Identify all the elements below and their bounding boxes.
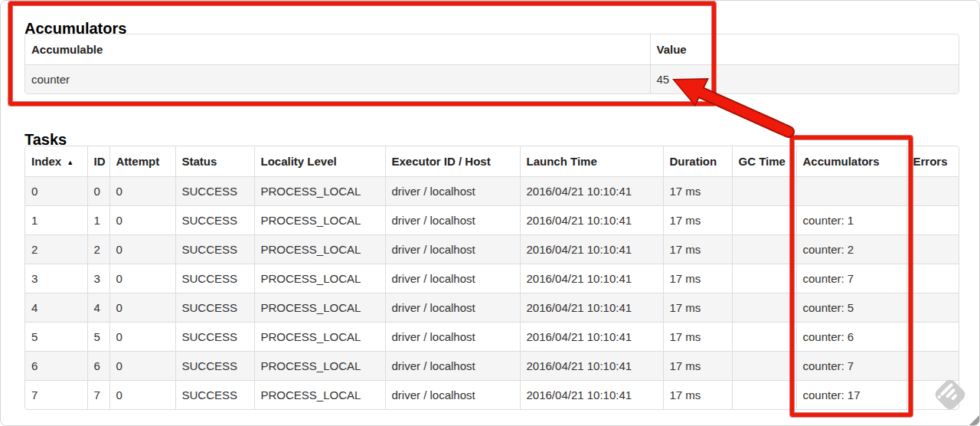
column-header-errors[interactable]: Errors <box>906 146 959 177</box>
table-cell <box>906 206 959 235</box>
table-cell: PROCESS_LOCAL <box>254 177 385 206</box>
column-header-label: Status <box>182 155 217 168</box>
table-cell: 2016/04/21 10:10:41 <box>520 293 663 323</box>
table-cell <box>906 293 959 323</box>
table-cell: 0 <box>109 323 175 352</box>
table-cell: counter: 5 <box>796 293 906 323</box>
table-cell <box>906 323 959 352</box>
column-header-status[interactable]: Status <box>175 146 254 177</box>
table-cell: 17 ms <box>663 293 732 323</box>
table-cell: SUCCESS <box>175 293 254 323</box>
table-cell <box>906 352 959 381</box>
table-cell: driver / localhost <box>385 206 520 235</box>
table-cell: driver / localhost <box>385 293 520 323</box>
table-header-row: AccumulableValue <box>25 34 959 65</box>
table-cell: 0 <box>109 381 175 410</box>
table-cell: 17 ms <box>663 352 732 381</box>
table-cell: driver / localhost <box>385 352 520 381</box>
column-header-attempt[interactable]: Attempt <box>109 146 175 177</box>
corner-arrow-fragment <box>969 415 980 426</box>
table-cell <box>906 264 959 293</box>
table-cell: SUCCESS <box>175 264 254 293</box>
table-cell: 2016/04/21 10:10:41 <box>520 323 663 352</box>
table-cell: 2016/04/21 10:10:41 <box>520 177 663 206</box>
table-cell <box>732 323 796 352</box>
table-cell: 17 ms <box>663 177 732 206</box>
table-cell: SUCCESS <box>175 235 254 264</box>
column-header-accumulators[interactable]: Accumulators <box>796 146 906 177</box>
spark-ui-stage-page: Accumulators AccumulableValuecounter45 T… <box>0 0 980 426</box>
column-header-launch-time[interactable]: Launch Time <box>520 146 663 177</box>
column-header-value[interactable]: Value <box>650 34 959 65</box>
table-cell: SUCCESS <box>175 323 254 352</box>
table-row: 110SUCCESSPROCESS_LOCALdriver / localhos… <box>25 206 959 235</box>
table-cell: 2016/04/21 10:10:41 <box>520 381 663 410</box>
column-header-duration[interactable]: Duration <box>663 146 732 177</box>
table-cell <box>732 206 796 235</box>
table-cell: PROCESS_LOCAL <box>254 323 385 352</box>
table-row: 440SUCCESSPROCESS_LOCALdriver / localhos… <box>25 293 959 323</box>
table-cell <box>906 381 959 410</box>
tasks-table: Index▲IDAttemptStatusLocality LevelExecu… <box>25 146 959 409</box>
column-header-index[interactable]: Index▲ <box>25 146 87 177</box>
table-cell: 0 <box>109 264 175 293</box>
table-cell: driver / localhost <box>385 264 520 293</box>
table-cell: PROCESS_LOCAL <box>254 235 385 264</box>
table-cell: 2016/04/21 10:10:41 <box>520 235 663 264</box>
table-cell <box>732 352 796 381</box>
column-header-label: Value <box>657 43 687 56</box>
table-cell: 3 <box>87 264 109 293</box>
table-cell: driver / localhost <box>385 323 520 352</box>
column-header-label: Accumulators <box>803 155 880 168</box>
column-header-accumulable[interactable]: Accumulable <box>25 34 650 65</box>
table-cell <box>796 177 906 206</box>
accumulators-table: AccumulableValuecounter45 <box>25 34 959 93</box>
table-row: 220SUCCESSPROCESS_LOCALdriver / localhos… <box>25 235 959 264</box>
table-cell: 17 ms <box>663 206 732 235</box>
sort-ascending-icon: ▲ <box>67 159 74 166</box>
accumulators-table-container: AccumulableValuecounter45 <box>24 34 959 94</box>
table-cell: PROCESS_LOCAL <box>254 381 385 410</box>
table-cell: counter: 2 <box>796 235 906 264</box>
table-cell: 2 <box>25 235 87 264</box>
table-cell: 2016/04/21 10:10:41 <box>520 206 663 235</box>
table-cell <box>732 177 796 206</box>
table-cell: driver / localhost <box>385 177 520 206</box>
column-header-locality-level[interactable]: Locality Level <box>254 146 385 177</box>
table-cell: counter: 7 <box>796 352 906 381</box>
column-header-executor-id-host[interactable]: Executor ID / Host <box>385 146 520 177</box>
table-cell: 0 <box>109 293 175 323</box>
table-cell: 17 ms <box>663 235 732 264</box>
table-cell: counter: 17 <box>796 381 906 410</box>
column-header-label: Duration <box>670 155 717 168</box>
table-cell: 0 <box>109 177 175 206</box>
column-header-label: Attempt <box>116 155 160 168</box>
table-row: 330SUCCESSPROCESS_LOCALdriver / localhos… <box>25 264 959 293</box>
tasks-table-container: Index▲IDAttemptStatusLocality LevelExecu… <box>24 146 959 410</box>
table-cell <box>906 235 959 264</box>
table-row: 770SUCCESSPROCESS_LOCALdriver / localhos… <box>25 381 959 410</box>
table-cell: counter: 7 <box>796 264 906 293</box>
table-cell: 2 <box>87 235 109 264</box>
table-cell: counter: 6 <box>796 323 906 352</box>
table-row: 660SUCCESSPROCESS_LOCALdriver / localhos… <box>25 352 959 381</box>
column-header-gc-time[interactable]: GC Time <box>732 146 796 177</box>
table-cell: 5 <box>87 323 109 352</box>
table-cell: counter <box>25 65 650 94</box>
table-cell: PROCESS_LOCAL <box>254 352 385 381</box>
table-cell: 4 <box>25 293 87 323</box>
table-cell: SUCCESS <box>175 352 254 381</box>
table-cell: 2016/04/21 10:10:41 <box>520 352 663 381</box>
table-cell <box>906 177 959 206</box>
table-cell: 1 <box>87 206 109 235</box>
column-header-id[interactable]: ID <box>87 146 109 177</box>
column-header-label: GC Time <box>739 155 786 168</box>
column-header-label: Index <box>31 155 61 168</box>
table-cell: 1 <box>25 206 87 235</box>
column-header-label: Locality Level <box>261 155 337 168</box>
table-row: 000SUCCESSPROCESS_LOCALdriver / localhos… <box>25 177 959 206</box>
table-cell: PROCESS_LOCAL <box>254 264 385 293</box>
table-cell: 6 <box>25 352 87 381</box>
table-cell: 6 <box>87 352 109 381</box>
table-cell: 0 <box>109 352 175 381</box>
